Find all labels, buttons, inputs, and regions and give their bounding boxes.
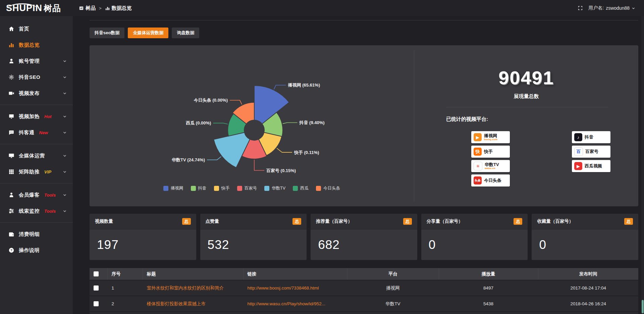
overview-panel: 播视网 (65.61%)抖音 (9.40%)快手 (0.11%)百家号 (0.1… xyxy=(90,45,638,206)
chevron-down-icon xyxy=(632,6,635,10)
stat-card-2: 推荐量（百家号）总682 xyxy=(311,214,417,260)
board-icon xyxy=(79,6,84,11)
person-icon xyxy=(8,192,15,198)
sidebar-item-badge: Tools xyxy=(44,209,56,214)
legend-item-1[interactable]: 抖音 xyxy=(191,186,207,191)
platform-badge-texts: 播视网boosj.com xyxy=(484,134,497,141)
platform-name: 抖音 xyxy=(585,135,593,140)
sidebar-item-1-0[interactable]: 视频加热Hot xyxy=(0,108,73,124)
column-header-3: 平台 xyxy=(347,268,439,280)
stat-card-header: 视频数量总 xyxy=(90,214,196,229)
row-index: 2 xyxy=(107,296,143,312)
chevron-down-icon xyxy=(63,130,67,135)
stat-card-body: 197 xyxy=(90,229,196,260)
video-title-link[interactable]: 楼体投影灯投影效果震撼上市 xyxy=(147,301,206,306)
sidebar-group-4: 消费明细?操作说明 xyxy=(0,222,73,260)
column-header-2: 链接 xyxy=(243,268,347,280)
scrollbar-thumb[interactable] xyxy=(642,300,644,313)
logo-text-en: SHUPIN xyxy=(6,4,42,13)
sidebar-item-4-0[interactable]: 消费明细 xyxy=(0,226,73,242)
legend-swatch xyxy=(163,186,168,191)
pie-slice-4[interactable] xyxy=(214,133,250,168)
pie-label-5: 西瓜 (0.00%) xyxy=(185,120,211,125)
sidebar-group-0: 首页数据总览账号管理抖音SEO视频发布 xyxy=(0,19,73,103)
pie-label-line-3 xyxy=(254,160,264,170)
stat-card-label: 视频数量 xyxy=(95,218,113,224)
platform-badge-0-3: 头条今日头条 xyxy=(471,174,510,187)
sidebar-item-0-4[interactable]: 视频发布 xyxy=(0,85,73,101)
grid-icon xyxy=(8,169,15,175)
partial-cell xyxy=(538,312,638,314)
wallet-icon xyxy=(8,231,15,237)
legend-swatch xyxy=(237,186,242,191)
username: zswodun88 xyxy=(606,5,630,11)
chevron-down-icon xyxy=(63,193,67,197)
sidebar-item-2-1[interactable]: 矩阵助推VIP xyxy=(0,164,73,180)
platform-name: 快手 xyxy=(484,149,493,154)
platform-name: 华数TV xyxy=(485,162,499,167)
stat-card-label: 分享量（百家号） xyxy=(427,218,463,224)
scrollbar-track[interactable] xyxy=(641,16,644,314)
legend-item-6[interactable]: 今日头条 xyxy=(316,186,340,191)
partial-cell xyxy=(243,312,347,314)
user-icon xyxy=(8,58,15,64)
stat-card-header: 分享量（百家号）总 xyxy=(421,214,528,229)
platform-subtext: wasu.cn xyxy=(485,167,499,170)
platform-badge-1-1: 百百家号 xyxy=(572,146,610,158)
legend-label: 华数TV xyxy=(272,186,285,191)
sidebar-item-0-1[interactable]: 数据总览 xyxy=(0,37,73,53)
row-checkbox[interactable] xyxy=(94,301,99,306)
breadcrumb-separator: > xyxy=(99,6,102,11)
sidebar-item-label: 账号管理 xyxy=(19,58,40,64)
sidebar-item-label: 首页 xyxy=(19,26,29,32)
legend-label: 播视网 xyxy=(171,186,183,191)
user-menu[interactable]: 用户名: zswodun88 xyxy=(588,5,635,11)
platform-name: 播视网 xyxy=(484,134,497,138)
sidebar-item-4-1[interactable]: ?操作说明 xyxy=(0,242,73,258)
legend-swatch xyxy=(293,186,298,191)
stat-card-body: 532 xyxy=(200,229,307,260)
legend-item-5[interactable]: 西瓜 xyxy=(293,186,309,191)
legend-item-4[interactable]: 华数TV xyxy=(264,186,285,191)
legend-label: 抖音 xyxy=(198,186,207,191)
breadcrumb-current[interactable]: 数据总览 xyxy=(105,5,132,11)
gear-icon xyxy=(8,74,15,80)
sidebar-item-badge: Hot xyxy=(44,114,52,119)
xigua-logo: ▶ xyxy=(574,162,582,170)
legend-swatch xyxy=(214,186,219,191)
legend-label: 西瓜 xyxy=(300,186,309,191)
select-all-checkbox[interactable] xyxy=(94,271,99,276)
legend-item-0[interactable]: 播视网 xyxy=(163,186,183,191)
tab-1[interactable]: 全媒体运营数据 xyxy=(128,28,168,38)
tab-2[interactable]: 询盘数据 xyxy=(172,28,199,38)
stat-card-value: 532 xyxy=(208,238,229,252)
video-url-link[interactable]: http://www.wasu.cn/Play/show/id/952... xyxy=(248,301,326,306)
sidebar-item-0-3[interactable]: 抖音SEO xyxy=(0,69,73,85)
fullscreen-icon[interactable] xyxy=(578,5,583,11)
platform-badge-0-2: ✳华数TVwasu.cn xyxy=(471,160,510,172)
sidebar: 首页数据总览账号管理抖音SEO视频发布视频加热Hot抖客通New全媒体运营矩阵助… xyxy=(0,16,73,314)
tab-0[interactable]: 抖音seo数据 xyxy=(90,28,124,38)
breadcrumb-root[interactable]: 树品 xyxy=(79,5,96,11)
logo: SHUPIN 树品 xyxy=(0,3,73,14)
sidebar-item-0-0[interactable]: 首页 xyxy=(0,21,73,37)
video-url-link[interactable]: http://www.boosj.com/7338468.html xyxy=(248,285,319,291)
legend-item-2[interactable]: 快手 xyxy=(214,186,230,191)
rose-pie-chart: 播视网 (65.61%)抖音 (9.40%)快手 (0.11%)百家号 (0.1… xyxy=(90,45,414,184)
partial-cell xyxy=(347,312,439,314)
pie-label-line-0 xyxy=(274,85,286,90)
sidebar-item-3-0[interactable]: 会员爆客Tools xyxy=(0,187,73,203)
legend-label: 今日头条 xyxy=(323,186,340,191)
sidebar-item-badge: New xyxy=(39,130,48,135)
sidebar-item-3-1[interactable]: 线索监控Tools xyxy=(0,203,73,219)
platform-badge-0-1: 快快手 xyxy=(471,146,510,158)
video-title-link[interactable]: 室外水纹灯和室内水纹灯的区别和简介 xyxy=(147,285,224,291)
row-checkbox[interactable] xyxy=(94,285,99,291)
toutiao-logo: 头条 xyxy=(474,176,482,185)
table-row-1: 2楼体投影灯投影效果震撼上市http://www.wasu.cn/Play/sh… xyxy=(90,296,638,312)
chevron-down-icon xyxy=(63,59,67,63)
sidebar-item-0-2[interactable]: 账号管理 xyxy=(0,53,73,69)
legend-item-3[interactable]: 百家号 xyxy=(237,186,257,191)
sidebar-item-1-1[interactable]: 抖客通New xyxy=(0,124,73,141)
sidebar-item-2-0[interactable]: 全媒体运营 xyxy=(0,148,73,164)
